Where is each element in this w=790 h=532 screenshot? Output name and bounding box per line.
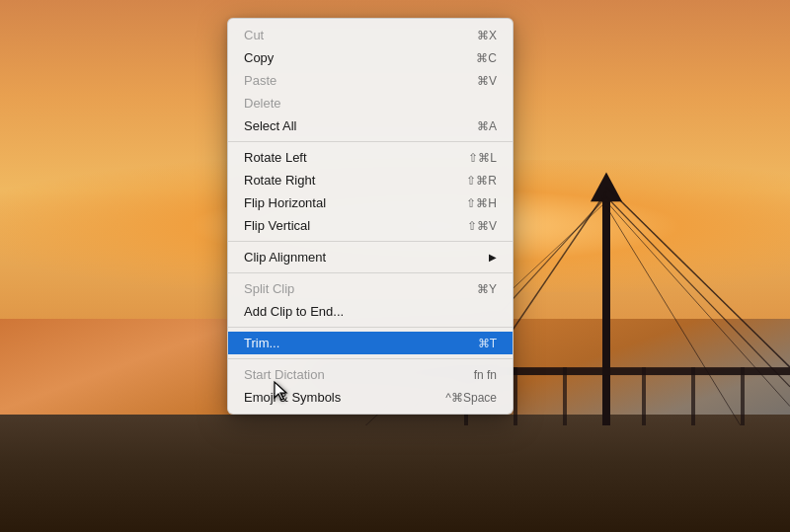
shortcut-rotate-left: ⇧⌘L [468, 151, 497, 165]
svg-line-3 [606, 196, 790, 387]
context-menu: Cut⌘XCopy⌘CPaste⌘VDeleteSelect All⌘ARota… [227, 18, 514, 415]
menu-separator [228, 358, 513, 359]
menu-item-flip-horizontal[interactable]: Flip Horizontal⇧⌘H [228, 191, 513, 214]
ground-layer [0, 415, 790, 532]
shortcut-emoji-symbols: ^⌘Space [445, 391, 497, 405]
svg-line-4 [606, 201, 790, 407]
menu-item-emoji-symbols[interactable]: Emoji & Symbols^⌘Space [228, 386, 513, 409]
menu-label-rotate-left: Rotate Left [244, 150, 307, 165]
svg-rect-11 [514, 367, 517, 425]
shortcut-cut: ⌘X [477, 29, 497, 42]
menu-label-copy: Copy [244, 50, 274, 65]
svg-line-5 [606, 206, 741, 425]
menu-item-flip-vertical[interactable]: Flip Vertical⇧⌘V [228, 214, 513, 237]
menu-separator [228, 327, 513, 328]
menu-separator [228, 272, 513, 273]
svg-rect-12 [563, 367, 567, 425]
submenu-arrow-icon: ▶ [489, 252, 497, 263]
menu-label-flip-vertical: Flip Vertical [244, 218, 310, 233]
menu-label-add-clip-to-end: Add Clip to End... [244, 304, 344, 319]
svg-rect-14 [691, 367, 695, 425]
shortcut-rotate-right: ⇧⌘R [466, 174, 497, 188]
menu-item-add-clip-to-end[interactable]: Add Clip to End... [228, 300, 513, 323]
menu-item-clip-alignment[interactable]: Clip Alignment▶ [228, 246, 513, 268]
menu-label-trim: Trim... [244, 336, 279, 350]
menu-label-cut: Cut [244, 28, 264, 42]
menu-item-rotate-right[interactable]: Rotate Right⇧⌘R [228, 169, 513, 191]
menu-label-emoji-symbols: Emoji & Symbols [244, 390, 341, 405]
svg-rect-0 [602, 191, 610, 425]
shortcut-flip-horizontal: ⇧⌘H [466, 196, 497, 210]
menu-separator [228, 241, 513, 242]
shortcut-start-dictation: fn fn [474, 368, 497, 382]
menu-separator [228, 141, 513, 142]
menu-label-clip-alignment: Clip Alignment [244, 250, 326, 265]
shortcut-select-all: ⌘A [477, 119, 497, 133]
svg-rect-13 [642, 367, 646, 425]
menu-item-trim[interactable]: Trim...⌘T [228, 332, 513, 354]
shortcut-trim: ⌘T [478, 337, 497, 350]
menu-item-cut: Cut⌘X [228, 24, 513, 46]
menu-item-copy[interactable]: Copy⌘C [228, 46, 513, 69]
menu-label-split-clip: Split Clip [244, 281, 294, 296]
menu-item-delete: Delete [228, 92, 513, 114]
menu-label-delete: Delete [244, 96, 281, 111]
menu-item-rotate-left[interactable]: Rotate Left⇧⌘L [228, 146, 513, 169]
menu-label-select-all: Select All [244, 118, 296, 133]
shortcut-split-clip: ⌘Y [477, 282, 497, 296]
shortcut-copy: ⌘C [476, 51, 497, 65]
menu-label-rotate-right: Rotate Right [244, 173, 315, 188]
menu-item-split-clip: Split Clip⌘Y [228, 277, 513, 300]
svg-rect-15 [741, 367, 745, 425]
menu-item-paste: Paste⌘V [228, 69, 513, 92]
shortcut-paste: ⌘V [477, 74, 497, 88]
menu-label-start-dictation: Start Dictation [244, 367, 325, 382]
shortcut-flip-vertical: ⇧⌘V [467, 219, 497, 233]
svg-line-2 [606, 187, 790, 367]
menu-label-flip-horizontal: Flip Horizontal [244, 195, 326, 210]
menu-label-paste: Paste [244, 73, 276, 88]
menu-item-select-all[interactable]: Select All⌘A [228, 114, 513, 137]
menu-item-start-dictation: Start Dictationfn fn [228, 363, 513, 386]
